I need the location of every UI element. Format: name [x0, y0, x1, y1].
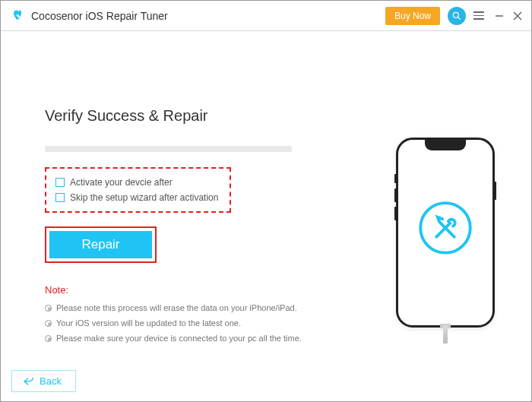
close-button[interactable] — [511, 11, 524, 21]
phone-cable — [443, 325, 448, 343]
buy-now-button[interactable]: Buy Now — [385, 7, 440, 25]
options-group-highlight: Activate your devcie after Skip the setu… — [45, 167, 231, 213]
repair-tools-icon — [416, 198, 475, 261]
note-bullet-icon — [45, 320, 52, 327]
checkbox-row-skip: Skip the setup wizard after activation — [55, 190, 220, 205]
back-arrow-icon — [23, 377, 35, 386]
repair-button[interactable]: Repair — [49, 231, 152, 258]
phone-mute-switch — [394, 174, 397, 183]
app-title: Cocosenor iOS Repair Tuner — [31, 10, 168, 22]
phone-side-button — [494, 182, 496, 200]
progress-bar — [45, 146, 292, 152]
svg-point-0 — [453, 12, 458, 17]
note-text: Your iOS version will be updated to the … — [56, 318, 241, 328]
note-item: Please make sure your device is connecte… — [45, 334, 318, 343]
back-button[interactable]: Back — [11, 370, 76, 392]
note-heading: Note: — [45, 284, 318, 296]
phone-vol-up — [394, 188, 397, 202]
checkbox-activate-label: Activate your devcie after — [70, 177, 173, 188]
repair-button-highlight: Repair — [45, 226, 157, 263]
note-bullet-icon — [45, 305, 52, 312]
checkbox-activate[interactable] — [55, 178, 65, 187]
content-area: Verify Success & Repair Activate your de… — [1, 31, 531, 401]
note-text: Please note this process will erase the … — [56, 303, 297, 312]
checkbox-skip-wizard-label: Skip the setup wizard after activation — [70, 192, 218, 203]
note-item: Your iOS version will be updated to the … — [45, 318, 318, 328]
menu-button[interactable] — [473, 9, 484, 22]
minimize-button[interactable] — [493, 11, 505, 21]
page-heading: Verify Success & Repair — [45, 107, 318, 125]
note-text: Please make sure your device is connecte… — [56, 334, 302, 343]
checkbox-skip-wizard[interactable] — [55, 193, 65, 202]
back-button-label: Back — [40, 375, 62, 387]
help-button[interactable] — [448, 7, 466, 25]
phone-notch — [425, 140, 466, 150]
app-logo-icon — [10, 8, 25, 24]
note-item: Please note this process will erase the … — [45, 303, 318, 312]
phone-illustration — [396, 138, 495, 328]
svg-line-1 — [458, 17, 461, 19]
titlebar: Cocosenor iOS Repair Tuner Buy Now — [1, 1, 531, 31]
note-bullet-icon — [45, 335, 52, 342]
phone-vol-down — [394, 207, 397, 220]
checkbox-row-activate: Activate your devcie after — [55, 175, 220, 190]
